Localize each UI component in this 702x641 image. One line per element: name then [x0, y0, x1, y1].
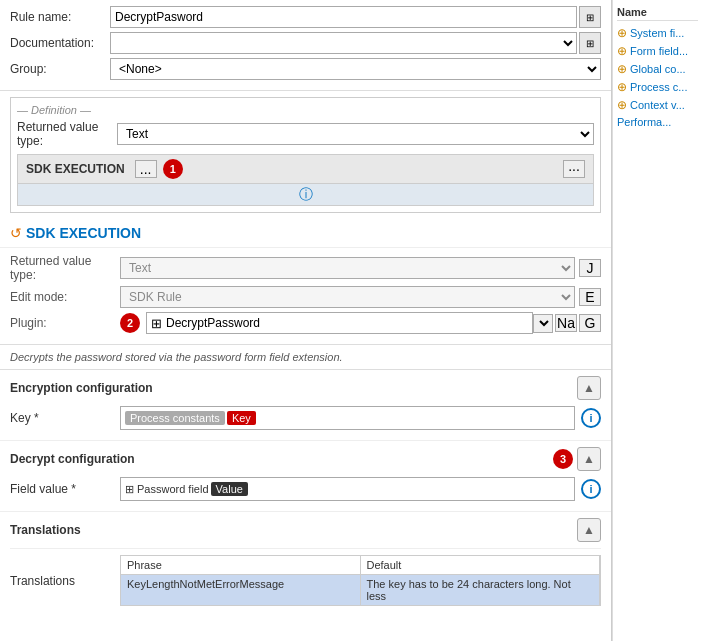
sdk-returned-value-select[interactable]: Text: [120, 257, 575, 279]
right-panel-system-icon: ⊕: [617, 26, 627, 40]
trans-col-phrase: Phrase: [121, 556, 361, 574]
sdk-bar-dots-btn[interactable]: ...: [135, 160, 157, 178]
right-panel-item-global[interactable]: ⊕ Global co...: [617, 60, 698, 78]
key-info-btn[interactable]: i: [581, 408, 601, 428]
plugin-badge: 2: [120, 313, 140, 333]
right-panel-item-system[interactable]: ⊕ System fi...: [617, 24, 698, 42]
right-panel-system-label: System fi...: [630, 27, 684, 39]
right-panel-item-form[interactable]: ⊕ Form field...: [617, 42, 698, 60]
documentation-select[interactable]: [110, 32, 577, 54]
translations-table: Phrase Default KeyLengthNotMetErrorMessa…: [120, 555, 601, 606]
plugin-select[interactable]: ⊞ DecryptPassword: [146, 312, 533, 334]
documentation-label: Documentation:: [10, 36, 110, 50]
field-value-info-btn[interactable]: i: [581, 479, 601, 499]
sdk-edit-mode-label: Edit mode:: [10, 290, 120, 304]
right-panel-global-icon: ⊕: [617, 62, 627, 76]
sdk-bar-right-dots-btn[interactable]: ···: [563, 160, 585, 178]
returned-value-type-label: Returned value type:: [17, 120, 117, 148]
right-panel-header: Name: [617, 4, 698, 21]
key-tag-key: Key: [227, 411, 256, 425]
encryption-config-title: Encryption configuration: [10, 381, 153, 395]
sdk-bar-label: SDK EXECUTION: [26, 162, 125, 176]
rule-name-label: Rule name:: [10, 10, 110, 24]
field-tag-password: ⊞ Password field: [125, 483, 209, 496]
trans-table-row[interactable]: KeyLengthNotMetErrorMessage The key has …: [121, 575, 600, 605]
documentation-action-btn[interactable]: ⊞: [579, 32, 601, 54]
trans-cell-phrase: KeyLengthNotMetErrorMessage: [121, 575, 361, 605]
right-panel-item-performa[interactable]: Performa...: [617, 114, 698, 130]
plugin-dropdown[interactable]: ▼: [533, 314, 553, 333]
sdk-exec-title: SDK EXECUTION: [26, 225, 141, 241]
right-panel-item-process[interactable]: ⊕ Process c...: [617, 78, 698, 96]
field-tag-value: Value: [211, 482, 248, 496]
group-label: Group:: [10, 62, 110, 76]
right-panel-performa-label: Performa...: [617, 116, 671, 128]
definition-title: — Definition —: [17, 104, 594, 116]
sdk-edit-mode-select[interactable]: SDK Rule: [120, 286, 575, 308]
plugin-grid-icon: ⊞: [151, 316, 162, 331]
plugin-description: Decrypts the password stored via the pas…: [0, 345, 611, 370]
right-panel-global-label: Global co...: [630, 63, 686, 75]
rule-name-action-btn[interactable]: ⊞: [579, 6, 601, 28]
field-value-label: Field value *: [10, 482, 120, 496]
right-panel-context-label: Context v...: [630, 99, 685, 111]
right-panel-process-label: Process c...: [630, 81, 687, 93]
collapse-arrow[interactable]: ⓘ: [299, 186, 313, 204]
decrypt-config-up-btn[interactable]: ▲: [577, 447, 601, 471]
sdk-edit-mode-btn[interactable]: E: [579, 288, 601, 306]
translations-title: Translations: [10, 523, 81, 537]
sdk-returned-value-label: Returned value type:: [10, 254, 120, 282]
returned-value-type-select[interactable]: Text: [117, 123, 594, 145]
field-value-value[interactable]: ⊞ Password field Value: [120, 477, 575, 501]
plugin-value: DecryptPassword: [166, 316, 260, 330]
decrypt-config-badge: 3: [553, 449, 573, 469]
trans-cell-default: The key has to be 24 characters long. No…: [361, 575, 601, 605]
encryption-config-up-btn[interactable]: ▲: [577, 376, 601, 400]
sdk-bar-badge: 1: [163, 159, 183, 179]
right-panel-context-icon: ⊕: [617, 98, 627, 112]
key-tag-constants: Process constants: [125, 411, 225, 425]
translations-up-btn[interactable]: ▲: [577, 518, 601, 542]
sdk-plugin-na-btn[interactable]: Na: [555, 314, 577, 332]
right-panel-item-context[interactable]: ⊕ Context v...: [617, 96, 698, 114]
key-field-value[interactable]: Process constants Key: [120, 406, 575, 430]
decrypt-config-title: Decrypt configuration: [10, 452, 135, 466]
key-field-label: Key *: [10, 411, 120, 425]
sdk-exec-icon: ↺: [10, 225, 22, 241]
sdk-returned-value-btn[interactable]: J: [579, 259, 601, 277]
group-select[interactable]: <None>: [110, 58, 601, 80]
sdk-plugin-g-btn[interactable]: G: [579, 314, 601, 332]
right-panel-form-label: Form field...: [630, 45, 688, 57]
trans-col-default: Default: [361, 556, 601, 574]
rule-name-input[interactable]: [110, 6, 577, 28]
right-panel-form-icon: ⊕: [617, 44, 627, 58]
sdk-plugin-label: Plugin:: [10, 316, 120, 330]
right-panel-process-icon: ⊕: [617, 80, 627, 94]
translations-field-label: Translations: [10, 574, 120, 588]
